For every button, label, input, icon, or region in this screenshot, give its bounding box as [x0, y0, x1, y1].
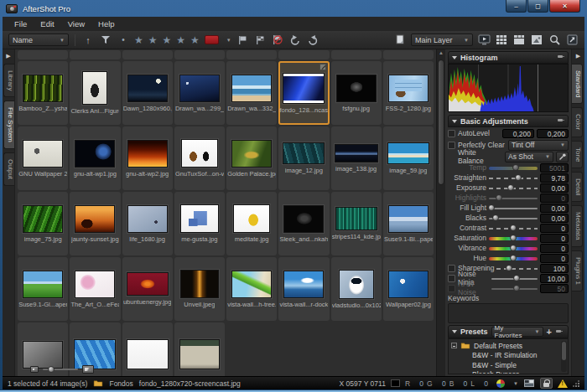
- flag-reject-icon[interactable]: [271, 34, 284, 47]
- thumbnail-cell[interactable]: [18, 50, 68, 59]
- pin-icon[interactable]: [557, 54, 564, 61]
- raw-noise-checkbox[interactable]: [448, 285, 455, 292]
- thumbnail-cell[interactable]: [122, 322, 173, 376]
- large-thumbnails-icon[interactable]: [82, 365, 94, 374]
- lock-button[interactable]: [540, 378, 553, 389]
- autolevel-black-value[interactable]: 0,200: [502, 129, 534, 138]
- saturation-slider[interactable]: [489, 235, 538, 242]
- fill-light-value[interactable]: 0,00: [540, 204, 569, 213]
- rotate-right-icon[interactable]: [306, 34, 319, 47]
- exposure-value[interactable]: 0,00: [540, 183, 569, 193]
- menu-edit[interactable]: Edit: [34, 18, 60, 29]
- thumbnail-cell-sleek-and-nkahn-jpg[interactable]: Sleek_and...nkahn.jpg: [278, 192, 329, 255]
- collapse-node-icon[interactable]: [451, 343, 457, 348]
- layer-select[interactable]: Main Layer ▼: [411, 34, 473, 46]
- thumbnail-cell-vista-wall-h-tree-jpg[interactable]: vista-wall...h-tree.jpg: [226, 257, 277, 321]
- color-management-icon[interactable]: [496, 379, 505, 388]
- thumbnail-cell-stripes114-kde-jpg[interactable]: stripes114_kde.jpg: [331, 192, 382, 255]
- blacks-value[interactable]: 0,00: [540, 214, 569, 223]
- sort-direction-icon[interactable]: ↑: [81, 34, 95, 47]
- keywords-input[interactable]: [448, 303, 569, 323]
- thumbnail-cell-suse9-1-gl-apers-jpg[interactable]: Suse9.1-Gl...apers.jpg: [18, 257, 68, 321]
- fullscreen-icon[interactable]: [565, 34, 579, 47]
- small-thumbnails-icon[interactable]: [30, 366, 39, 373]
- sharpening-checkbox[interactable]: [448, 265, 455, 272]
- slider-handle[interactable]: [513, 275, 520, 281]
- contrast-slider[interactable]: [489, 224, 538, 232]
- close-button[interactable]: ✕: [549, 0, 580, 13]
- thumbnail-cell-bamboo-z-ysha-jpg[interactable]: Bamboo_Z...ysha.jpg: [18, 61, 68, 125]
- split-view-icon[interactable]: [512, 34, 526, 47]
- collapse-triangle-icon[interactable]: [452, 120, 457, 123]
- thumbnail-size-slider[interactable]: [43, 369, 78, 370]
- thumbnail-cell[interactable]: [122, 50, 173, 59]
- temp-slider[interactable]: [489, 164, 538, 172]
- noise-ninja-checkbox[interactable]: [448, 275, 455, 282]
- thumbnail-cell[interactable]: [174, 50, 225, 59]
- thumbnail-cell-jaunty-sunset-jpg[interactable]: jaunty-sunset.jpg: [70, 192, 120, 255]
- slider-handle[interactable]: [510, 255, 517, 261]
- temp-value[interactable]: 5001: [540, 163, 569, 173]
- tab-output[interactable]: Output: [3, 152, 14, 186]
- vibrance-value[interactable]: 0: [540, 244, 569, 253]
- straighten-slider[interactable]: [489, 174, 538, 182]
- thumbnail-size-handle[interactable]: [48, 366, 55, 373]
- thumbnail-cell-fsfgnu-jpg[interactable]: fsfgnu.jpg: [331, 61, 382, 125]
- scroll-up-icon[interactable]: ▲: [437, 50, 445, 55]
- highlights-value[interactable]: 0: [540, 193, 569, 203]
- single-view-icon[interactable]: [530, 34, 543, 47]
- pin-icon[interactable]: [555, 328, 563, 336]
- thumbnail-cell-image-138-jpg[interactable]: image_138.jpg: [331, 126, 382, 190]
- current-folder[interactable]: Fondos: [109, 379, 132, 388]
- thumbnail-cell-vladstudio-0x1024-jpg[interactable]: vladstudio...0x1024.jpg: [331, 257, 382, 321]
- color-label-swatch[interactable]: [205, 35, 219, 44]
- thumbnail-cell-ubuntuenergy-jpg[interactable]: ubuntuenergy.jpg: [122, 257, 173, 321]
- presets-favorites-select[interactable]: My Favorites ▼: [491, 327, 543, 337]
- thumbnail-cell-fondo-128-ncast-jpg[interactable]: fondo_128...ncast.jpg: [278, 61, 329, 125]
- slider-handle[interactable]: [492, 214, 499, 221]
- thumbnail-cell[interactable]: [174, 322, 225, 376]
- highlights-slider[interactable]: [489, 194, 538, 202]
- slider-handle[interactable]: [506, 265, 512, 271]
- star-4-icon[interactable]: [176, 35, 186, 45]
- tab-standard[interactable]: Standard: [572, 64, 583, 104]
- menu-view[interactable]: View: [61, 18, 91, 29]
- title-bar[interactable]: AfterShot Pro: [0, 0, 587, 17]
- preset-bleach-bypass[interactable]: Bleach Bypass: [451, 370, 568, 375]
- maximize-button[interactable]: ◻: [527, 0, 548, 13]
- tab-plugins-1[interactable]: Plugins 1: [572, 250, 583, 291]
- exposure-slider[interactable]: [489, 184, 538, 192]
- noise-ninja-slider[interactable]: [491, 275, 538, 282]
- preset-b-w-ir-simulation[interactable]: B&W - IR Simulation: [451, 351, 568, 361]
- minimize-button[interactable]: –: [506, 0, 527, 13]
- tab-detail[interactable]: Detail: [572, 172, 583, 202]
- thumbnail-cell-gnu-alt-wp1-jpg[interactable]: gnu-alt-wp1.jpg: [70, 126, 120, 190]
- thumbnail-view-icon[interactable]: [495, 34, 508, 47]
- thumbnail-cell-vista-wall-r-dock-jpg[interactable]: vista-wall...r-dock.jpg: [278, 257, 329, 321]
- slider-handle[interactable]: [488, 204, 495, 211]
- thumbnail-cell-clerks-ani-figure-jpg[interactable]: Clerks Ani...Figure.jpg: [70, 61, 120, 125]
- raw-noise-slider[interactable]: [491, 285, 538, 292]
- no-rating-dot-icon[interactable]: [117, 34, 130, 47]
- star-1-icon[interactable]: [134, 35, 144, 45]
- slider-handle[interactable]: [510, 235, 517, 241]
- white-balance-dropper-button[interactable]: [556, 152, 569, 162]
- thumbnail-cell-golden-palace-jpg[interactable]: Golden Palace.jpg: [226, 126, 277, 190]
- star-3-icon[interactable]: [163, 35, 173, 45]
- slider-handle[interactable]: [512, 164, 519, 171]
- slider-handle[interactable]: [510, 245, 517, 251]
- saturation-value[interactable]: 0: [540, 234, 569, 243]
- tab-tone[interactable]: Tone: [572, 141, 583, 168]
- blacks-slider[interactable]: [489, 214, 538, 222]
- filter-icon[interactable]: [99, 34, 112, 47]
- flag-priority-icon[interactable]: [253, 34, 267, 47]
- thumbnail-cell-gnutuxsof-on-v1-jpg[interactable]: GnuTuxSof...on-v1.jpg: [174, 126, 225, 190]
- thumbnail-cell-dawn-1280x960-jpg[interactable]: Dawn_1280x960.jpg: [122, 61, 173, 125]
- slider-handle[interactable]: [507, 184, 514, 191]
- fill-light-slider[interactable]: [489, 204, 538, 212]
- autolevel-white-value[interactable]: 0,200: [537, 129, 569, 138]
- tab-file-system[interactable]: File System: [3, 101, 14, 149]
- thumbnail-cell-drawn-wa-299-jpg[interactable]: Drawn_wa...299_.jpg: [174, 61, 225, 125]
- thumbnail-cell[interactable]: [278, 50, 329, 59]
- pin-icon[interactable]: [557, 117, 564, 125]
